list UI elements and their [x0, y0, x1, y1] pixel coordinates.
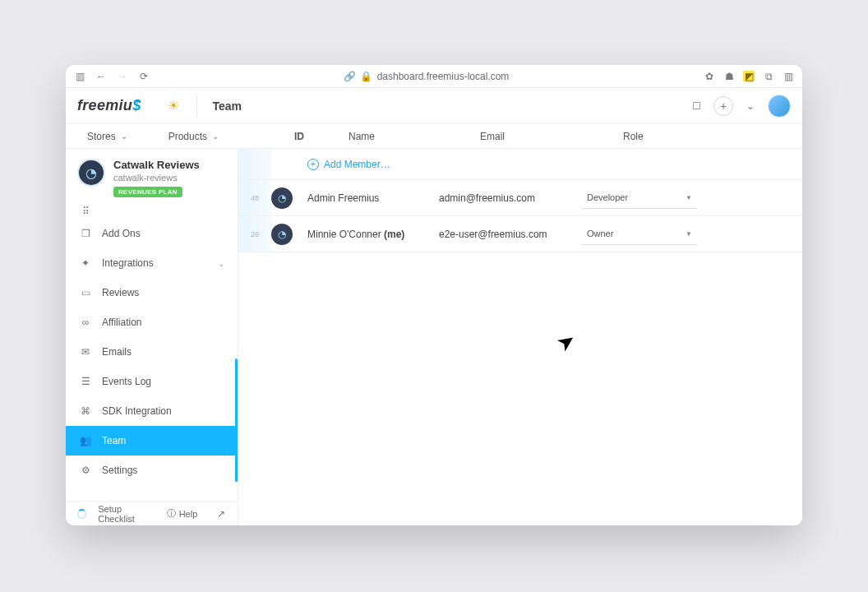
mail-icon: ✉ — [79, 345, 92, 358]
sidebar-item-settings[interactable]: ⚙ Settings — [66, 456, 238, 485]
app-header: freemiu$ ☀ Team ☐ + ⌄ — [66, 88, 802, 124]
panels-icon[interactable]: ▥ — [783, 71, 794, 82]
product-icon: ◔ — [77, 159, 105, 187]
grid-icon: ⠿ — [79, 205, 92, 218]
role-select[interactable]: Owner ▼ — [582, 224, 697, 245]
sidebar-menu: ⠿ ❐ Add Ons ✦ Integrations ⌄ ▭ Reviews — [66, 204, 238, 501]
setup-checklist-link[interactable]: Setup Checklist — [98, 504, 155, 524]
share-icon[interactable]: ↗ — [215, 508, 226, 520]
help-link[interactable]: ⓘHelp — [167, 507, 198, 520]
copy-icon[interactable]: ⧉ — [763, 71, 774, 82]
sidebar-item-affiliation[interactable]: ∞ Affiliation — [66, 308, 238, 337]
chevron-down-icon[interactable]: ⌄ — [745, 100, 756, 112]
settings-icon: ⚙ — [79, 464, 92, 477]
gear-icon[interactable]: ✿ — [704, 71, 715, 82]
app-window: ▥ ← → ⟳ 🔗 🔒 dashboard.freemius-local.com… — [66, 65, 802, 525]
chevron-down-icon: ⌄ — [218, 259, 224, 268]
member-email: admin@freemius.com — [439, 192, 582, 204]
browser-chrome: ▥ ← → ⟳ 🔗 🔒 dashboard.freemius-local.com… — [66, 65, 802, 88]
sidebar-item-integrations[interactable]: ✦ Integrations ⌄ — [66, 248, 238, 278]
puzzle-icon: ❐ — [79, 227, 92, 240]
tab-products[interactable]: Products⌄ — [169, 131, 219, 142]
role-select[interactable]: Developer ▼ — [582, 187, 697, 209]
help-icon: ⓘ — [167, 507, 176, 520]
chevron-down-icon: ▼ — [686, 230, 692, 238]
logo[interactable]: freemiu$ — [77, 97, 141, 114]
add-member-button[interactable]: + Add Member… — [307, 159, 390, 170]
team-icon: 👥 — [79, 434, 92, 447]
col-id: ID — [294, 131, 304, 142]
member-avatar-icon: ◔ — [271, 224, 293, 245]
divider — [196, 95, 197, 118]
col-role: Role — [623, 131, 802, 142]
code-icon: ⌘ — [79, 405, 92, 418]
tab-stores[interactable]: Stores⌄ — [87, 131, 127, 142]
reload-icon[interactable]: ⟳ — [138, 71, 150, 82]
lock-icon: 🔒 — [361, 71, 372, 82]
member-avatar-icon: ◔ — [271, 187, 293, 209]
sidebar-toggle-icon[interactable]: ▥ — [74, 71, 85, 82]
note-icon[interactable]: ◩ — [743, 71, 755, 82]
url-text[interactable]: dashboard.freemius-local.com — [377, 71, 510, 82]
col-email: Email — [480, 131, 623, 142]
col-name: Name — [349, 131, 480, 142]
share-icon: ∞ — [79, 316, 92, 329]
plan-badge: REVENUES PLAN — [113, 187, 182, 197]
table-row[interactable]: 48 ◔ Admin Freemius admin@freemius.com D… — [238, 180, 802, 216]
chevron-down-icon: ▼ — [686, 194, 692, 201]
sidebar-item-sdk[interactable]: ⌘ SDK Integration — [66, 396, 238, 426]
forward-icon[interactable]: → — [117, 71, 128, 82]
page-title: Team — [212, 99, 242, 113]
plus-icon: + — [307, 159, 319, 170]
member-name: Minnie O'Conner (me) — [307, 229, 439, 240]
main-content: + Add Member… 48 ◔ Admin Freemius admin@… — [238, 149, 802, 525]
sidebar-item-team[interactable]: 👥 Team — [66, 426, 238, 456]
spinner-icon — [77, 509, 86, 519]
sidebar-item-addons[interactable]: ❐ Add Ons — [66, 219, 238, 248]
table-row[interactable]: 26 ◔ Minnie O'Conner (me) e2e-user@freem… — [238, 216, 802, 252]
nav-tabs: Stores⌄ Products⌄ ID Name Email Role — [66, 124, 802, 149]
sidebar-footer: Setup Checklist ⓘHelp ↗ — [66, 501, 238, 525]
chat-icon: ▭ — [79, 286, 92, 299]
log-icon: ☰ — [79, 375, 92, 388]
member-email: e2e-user@freemius.com — [439, 229, 582, 240]
add-button[interactable]: + — [713, 96, 733, 116]
product-name: Catwalk Reviews — [113, 159, 200, 171]
scrollbar-thumb[interactable] — [235, 358, 238, 482]
sidebar-item-events-log[interactable]: ☰ Events Log — [66, 367, 238, 396]
product-selector[interactable]: ◔ Catwalk Reviews catwalk-reviews REVENU… — [66, 149, 238, 204]
add-member-row: + Add Member… — [238, 149, 802, 180]
user-avatar[interactable] — [768, 95, 791, 118]
row-id: 26 — [238, 216, 271, 252]
bookmark-icon[interactable]: ☐ — [690, 100, 702, 112]
sidebar-item-reviews[interactable]: ▭ Reviews — [66, 278, 238, 308]
sidebar: ◔ Catwalk Reviews catwalk-reviews REVENU… — [66, 149, 238, 525]
row-strip — [238, 149, 271, 179]
theme-toggle-icon[interactable]: ☀ — [165, 98, 182, 114]
integrations-icon: ✦ — [79, 257, 92, 270]
back-icon[interactable]: ← — [95, 71, 107, 82]
sidebar-item-partial[interactable]: ⠿ — [66, 204, 238, 219]
product-slug: catwalk-reviews — [113, 173, 200, 183]
shield-icon[interactable]: ☗ — [723, 71, 735, 82]
row-id: 48 — [238, 180, 271, 215]
sidebar-item-emails[interactable]: ✉ Emails — [66, 337, 238, 367]
link-icon: 🔗 — [344, 71, 356, 82]
member-name: Admin Freemius — [307, 192, 439, 204]
